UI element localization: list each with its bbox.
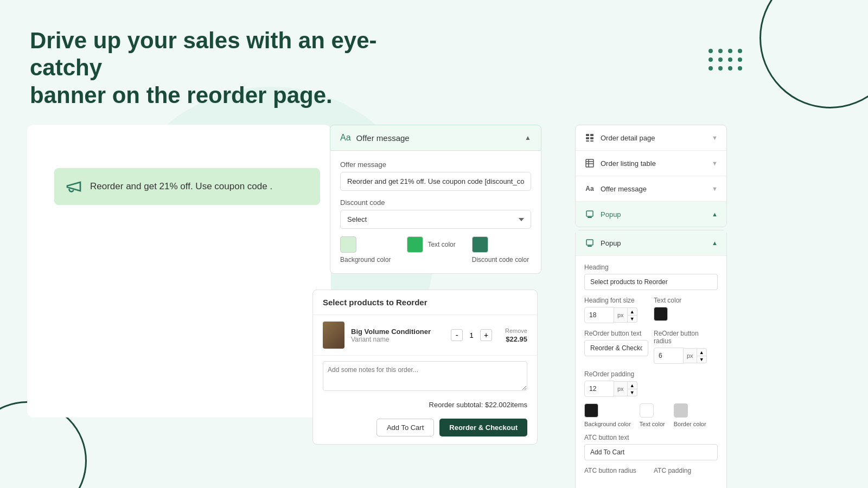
reorder-padding-input[interactable] <box>584 381 614 397</box>
sidebar-item-offer-message[interactable]: Aa Offer message ▼ <box>576 176 726 202</box>
atc-btn-text-field: ATC button text <box>584 434 718 460</box>
popup-config-header: Popup ▲ <box>576 230 726 256</box>
discount-code-color-swatch[interactable] <box>472 236 488 253</box>
reorder-button-row: ReOrder button text ReOrder button radiu… <box>584 330 718 364</box>
product-price: $22.95 <box>506 335 527 343</box>
svg-rect-6 <box>586 159 593 167</box>
atc-btn-text-input[interactable] <box>584 444 718 460</box>
popup-bg-color-label: Background color <box>584 421 631 427</box>
popup-icon <box>584 209 595 220</box>
sidebar-item-label-popup: Popup <box>601 210 706 219</box>
popup-bg-color-swatch[interactable] <box>584 403 598 418</box>
heading-font-size-item: Heading font size px ▲ ▼ <box>584 297 648 323</box>
sidebar-item-order-listing-table[interactable]: Order listing table ▼ <box>576 151 726 176</box>
qty-increase-button[interactable]: + <box>480 329 492 341</box>
discount-code-color-label: Discount code color <box>472 256 529 264</box>
bg-dots <box>709 49 743 70</box>
action-buttons: Add To Cart Reorder & Checkout <box>313 413 537 444</box>
heading-field-label: Heading <box>584 264 718 271</box>
offer-message-field-label: Offer message <box>340 160 531 169</box>
text-color-item-popup: Text color <box>654 297 718 321</box>
bg-color-swatch[interactable] <box>340 236 356 253</box>
right-sidebar-panel: Order detail page ▼ Order listing table … <box>575 125 727 227</box>
reorder-btn-radius-unit: px <box>684 348 697 363</box>
reorder-padding-unit: px <box>614 381 628 396</box>
atc-btn-text-label: ATC button text <box>584 434 718 441</box>
heading-font-size-stepper: ▲ ▼ <box>628 307 637 323</box>
sidebar-item-order-detail-page[interactable]: Order detail page ▼ <box>576 125 726 151</box>
text-format-icon: Aa <box>584 183 595 194</box>
heading-font-size-input-row: px ▲ ▼ <box>584 307 648 323</box>
bg-circle-top-right <box>760 0 868 108</box>
subtotal-text: Reorder subtotal: $22.002items <box>429 401 527 409</box>
product-price-remove: Remove $22.95 <box>505 328 527 343</box>
chevron-down-icon: ▼ <box>712 185 718 192</box>
text-color-swatch-popup[interactable] <box>654 307 668 321</box>
heading-font-size-unit: px <box>614 307 628 323</box>
reorder-btn-radius-input-row: px ▲ ▼ <box>654 348 718 364</box>
reorder-padding-up-button[interactable]: ▲ <box>628 381 637 389</box>
text-color-item: Text color <box>407 236 455 253</box>
popup-border-color-swatch[interactable] <box>674 403 688 418</box>
offer-message-accordion-header[interactable]: Aa Offer message ▲ <box>330 125 541 151</box>
page-headline: Drive up your sales with an eye-catchy b… <box>30 27 410 109</box>
popup-text-color-swatch[interactable] <box>640 403 654 418</box>
sidebar-item-popup[interactable]: Popup ▲ <box>576 202 726 227</box>
reorder-btn-radius-item: ReOrder button radius px ▲ ▼ <box>654 330 718 364</box>
svg-rect-0 <box>586 134 589 136</box>
product-info: Big Volume Conditioner Variant name <box>351 328 444 343</box>
product-variant: Variant name <box>351 336 444 343</box>
remove-text[interactable]: Remove <box>505 328 527 334</box>
discount-code-color-item: Discount code color <box>472 236 529 264</box>
popup-text-color-item: Text color <box>640 403 665 427</box>
text-format-icon: Aa <box>340 133 351 143</box>
chevron-up-icon: ▲ <box>712 211 718 217</box>
reorder-btn-text-input[interactable] <box>584 340 648 356</box>
heading-font-row: Heading font size px ▲ ▼ Text color <box>584 297 718 323</box>
reorder-padding-down-button[interactable]: ▼ <box>628 389 637 396</box>
product-image <box>323 322 344 349</box>
text-color-label: Text color <box>427 241 455 248</box>
product-name: Big Volume Conditioner <box>351 328 444 336</box>
offer-message-input[interactable] <box>340 172 531 191</box>
svg-rect-12 <box>586 240 593 245</box>
offer-banner-text: Reorder and get 21% off. Use coupon code… <box>90 181 272 192</box>
reorder-checkout-button[interactable]: Reorder & Checkout <box>439 419 527 436</box>
discount-code-select[interactable]: Select <box>340 210 531 229</box>
svg-rect-5 <box>590 140 593 142</box>
reorder-padding-field: ReOrder padding px ▲ ▼ <box>584 370 718 397</box>
heading-font-size-down-button[interactable]: ▼ <box>628 315 637 323</box>
order-notes-textarea[interactable] <box>323 361 527 391</box>
table-icon <box>584 158 595 169</box>
reorder-btn-radius-label: ReOrder button radius <box>654 330 718 345</box>
offer-message-accordion-body: Offer message Discount code Select Backg… <box>330 151 541 274</box>
heading-font-size-label: Heading font size <box>584 297 648 304</box>
text-color-swatch[interactable] <box>407 236 423 253</box>
popup-border-color-label: Border color <box>674 421 706 427</box>
svg-rect-3 <box>590 137 593 139</box>
reorder-btn-radius-up-button[interactable]: ▲ <box>697 348 707 356</box>
accordion-chevron-up-icon: ▲ <box>525 134 531 142</box>
grid-icon <box>584 132 595 143</box>
bg-color-item: Background color <box>340 236 391 264</box>
qty-control: - 1 + <box>451 329 492 341</box>
qty-decrease-button[interactable]: - <box>451 329 463 341</box>
heading-font-size-up-button[interactable]: ▲ <box>628 307 637 315</box>
reorder-btn-radius-down-button[interactable]: ▼ <box>697 356 707 363</box>
heading-input[interactable] <box>584 274 718 290</box>
sidebar-item-label-order-listing-table: Order listing table <box>601 159 706 168</box>
color-row: Background color Text color Discount cod… <box>340 236 531 264</box>
reorder-btn-radius-input[interactable] <box>654 348 684 364</box>
atc-btn-radius-label: ATC button radius <box>584 467 648 474</box>
popup-config-icon <box>584 237 595 248</box>
megaphone-icon <box>65 178 82 195</box>
bg-color-label: Background color <box>340 256 391 264</box>
add-to-cart-button[interactable]: Add To Cart <box>376 419 434 436</box>
heading-font-size-input[interactable] <box>584 307 614 323</box>
popup-border-color-item: Border color <box>674 403 706 427</box>
offer-banner: Reorder and get 21% off. Use coupon code… <box>54 168 320 205</box>
reorder-btn-text-label: ReOrder button text <box>584 330 648 337</box>
subtotal-row: Reorder subtotal: $22.002items <box>313 399 537 413</box>
reorder-padding-label: ReOrder padding <box>584 370 718 378</box>
atc-padding-label: ATC padding <box>654 467 718 474</box>
